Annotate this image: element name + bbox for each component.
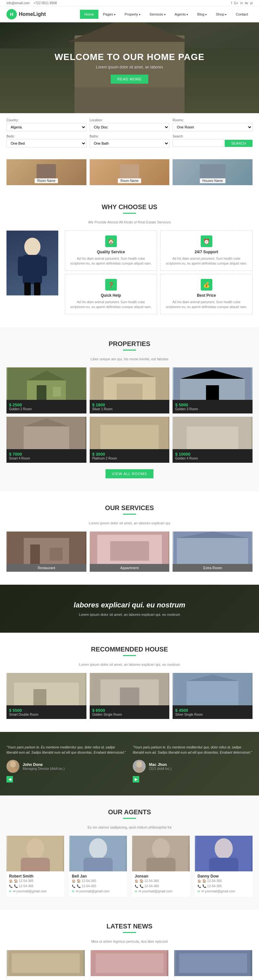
location-select[interactable]: City Disc (90, 123, 170, 131)
location-field: Location: City Disc (90, 118, 170, 131)
news-2-image (91, 950, 169, 976)
property-card-5[interactable]: $ 3000 Platinum 2 Room (90, 417, 170, 463)
rec-1-info: $ 5500 Smart Double Room (6, 705, 87, 719)
property-card-2[interactable]: $ 1800 Silver 1 Room (90, 368, 170, 414)
service-card-2[interactable]: Appartment (90, 531, 170, 572)
testimonial-1-nav-left[interactable]: ◀ (6, 776, 13, 783)
agent-4-name: Danny Dow (197, 874, 250, 878)
agent-3-photo (132, 836, 190, 871)
rooms-select[interactable]: One Room (172, 123, 253, 131)
preview-3-label: Houses Name (200, 178, 225, 183)
nav-property[interactable]: Property (120, 10, 145, 19)
nav-contact[interactable]: Contact (231, 10, 253, 19)
svg-rect-51 (21, 858, 50, 871)
svg-rect-60 (209, 858, 238, 871)
agents-subtitle: Es vix utamur sadipscing, quot midum phi… (6, 825, 253, 829)
phone-text: +722 0011 8908 (33, 1, 57, 5)
baths-select[interactable]: One Bath (90, 139, 170, 148)
rec-1-image (6, 673, 87, 705)
property-4-name: Smart 4 Room (9, 457, 84, 460)
agents-section: OUR AGENTS Es vix utamur sadipscing, quo… (0, 795, 259, 910)
properties-line (123, 350, 136, 350)
property-3-name: Golden 3 Room (175, 407, 250, 411)
rec-2-info: $ 6500 Golden Single Room (90, 705, 170, 719)
hero-cta-button[interactable]: READ MORE (111, 75, 148, 84)
preview-1[interactable]: Room Name (6, 159, 87, 185)
svg-point-47 (136, 761, 142, 768)
agent-card-2: Bell Jan 🏠🏠 12-54-365 📞📞 12-54-365 ✉✉ yo… (69, 836, 127, 897)
nav-home[interactable]: Home (80, 10, 98, 19)
svg-rect-5 (34, 282, 41, 296)
rec-card-2[interactable]: $ 6500 Golden Single Room (90, 673, 170, 719)
rec-card-1[interactable]: $ 5500 Smart Double Room (6, 673, 87, 719)
testimonial-1: "Yours paris partium te. Eu mentione med… (6, 745, 126, 783)
search-button[interactable]: SEARCH (225, 140, 253, 147)
rec-1-name: Smart Double Room (9, 713, 84, 716)
rec-3-info: $ 4500 Silver Single Room (172, 705, 253, 719)
nav-agents[interactable]: Agents (170, 10, 193, 19)
testimonial-2-nav-right[interactable]: ▶ (133, 776, 139, 783)
why-title: WHY CHOOSE US (6, 203, 253, 211)
social-fb[interactable]: f (231, 1, 232, 5)
service-card-1[interactable]: Restaurant (6, 531, 87, 572)
news-title: LATEST NEWS (6, 923, 253, 930)
support-title: 24/7 Support (165, 250, 248, 254)
social-in[interactable]: in (240, 1, 243, 5)
nav-items: Home Pages Property Services Agents Blog… (80, 10, 253, 19)
preview-2[interactable]: Room Name (90, 159, 170, 185)
svg-rect-32 (110, 541, 149, 561)
property-previews: Room Name Room Name Houses Name (0, 156, 259, 190)
agent-3-details: 🏠🏠 12-54-365 📞📞 12-54-365 ✉✉ yourmail@gm… (135, 878, 187, 894)
services-line (123, 514, 136, 515)
navbar: H HomeLight Home Pages Property Services… (0, 6, 259, 22)
agent-4-photo (195, 836, 253, 871)
rooms-label: Rooms: (172, 118, 253, 122)
news-1-image (7, 950, 85, 976)
property-card-4[interactable]: $ 7000 Smart 4 Room (6, 417, 87, 463)
property-5-image (90, 417, 170, 449)
svg-rect-46 (9, 768, 17, 773)
nav-blog[interactable]: Blog (193, 10, 212, 19)
social-gp[interactable]: G+ (234, 1, 238, 5)
preview-3[interactable]: Houses Name (172, 159, 253, 185)
property-6-name: Golden 4 Room (175, 457, 250, 460)
logo[interactable]: H HomeLight (6, 9, 46, 19)
social-yt[interactable]: yt (250, 1, 253, 5)
property-card-3[interactable]: $ 5000 Golden 3 Room (172, 368, 253, 414)
country-label: Country: (6, 118, 87, 122)
property-5-name: Platinum 2 Room (92, 457, 167, 460)
testimonial-2-name: Mac Jhon (149, 762, 171, 767)
svg-rect-48 (135, 768, 143, 773)
agent-1-name: Robert Smith (9, 874, 62, 878)
preview-1-label: Room Name (35, 178, 58, 183)
testimonials-section: "Yours paris partium te. Eu mentione med… (0, 732, 259, 795)
rec-card-3[interactable]: $ 4500 Silver Single Room (172, 673, 253, 719)
service-card-3[interactable]: Extra Room (172, 531, 253, 572)
social-tw[interactable]: tw (245, 1, 248, 5)
view-all-rooms-button[interactable]: VIEW ALL ROOMS (106, 469, 153, 478)
property-card-6[interactable]: $ 10000 Golden 4 Room (172, 417, 253, 463)
search-input[interactable] (172, 139, 223, 147)
price-icon: 💰 (201, 279, 212, 291)
agent-card-4: Danny Dow 🏠🏠 12-54-365 📞📞 12-54-365 ✉✉ y… (195, 836, 253, 897)
services-grid: Restaurant Appartment Extra Room (6, 531, 253, 572)
agent-1-info: Robert Smith 🏠🏠 12-54-365 📞📞 12-54-365 ✉… (6, 871, 64, 897)
nav-pages[interactable]: Pages (98, 10, 120, 19)
svg-rect-1 (23, 255, 42, 284)
hero-content: WELCOME TO OUR HOME PAGE Lorem ipsum dol… (54, 52, 204, 84)
location-label: Location: (90, 118, 170, 122)
logo-icon: H (6, 9, 17, 19)
property-card-1[interactable]: $ 2500 Golden 2 Room (6, 368, 87, 414)
beds-select[interactable]: One Bed (6, 139, 87, 148)
svg-rect-4 (24, 282, 31, 296)
country-select[interactable]: Algeria (6, 123, 87, 131)
news-line (123, 932, 136, 933)
svg-point-45 (10, 761, 16, 768)
rec-2-image (90, 673, 170, 705)
svg-rect-25 (187, 426, 238, 449)
recommended-line (123, 655, 136, 656)
testimonial-2-info: Mac Jhon CEO (AAA Inc.) (149, 762, 171, 770)
testimonial-1-person: John Done Managing Director (AAA Inc.) (6, 760, 126, 773)
nav-services[interactable]: Services (145, 10, 170, 19)
nav-shop[interactable]: Shop (212, 10, 231, 19)
